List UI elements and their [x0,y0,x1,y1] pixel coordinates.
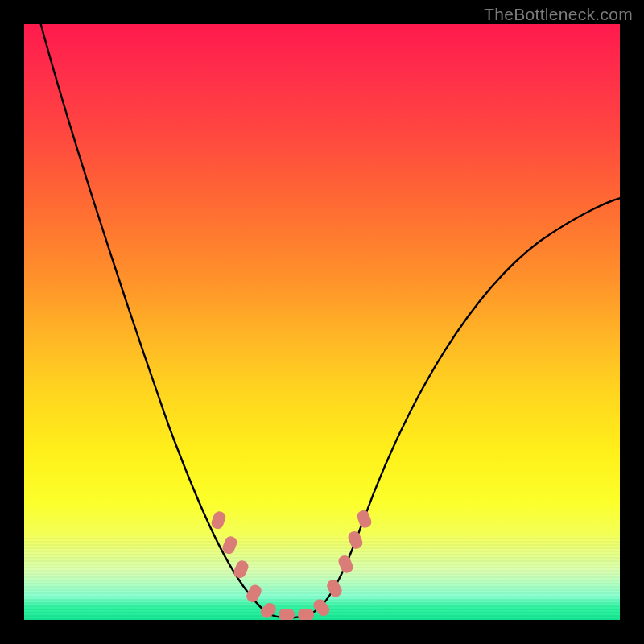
chart-frame: TheBottleneck.com [0,0,644,644]
marker-dot [312,597,332,617]
watermark-label: TheBottleneck.com [484,5,633,24]
marker-dots-group [210,509,374,620]
bottleneck-curve [39,24,620,618]
curve-svg [24,24,620,620]
marker-dot [279,609,295,620]
marker-dot [325,578,345,599]
marker-dot [232,559,250,580]
marker-dot [245,583,264,604]
marker-dot [210,510,228,530]
plot-area [24,24,620,620]
marker-dot [336,554,355,575]
marker-dot [298,609,314,620]
marker-dot [346,530,364,551]
marker-dot [356,509,374,530]
